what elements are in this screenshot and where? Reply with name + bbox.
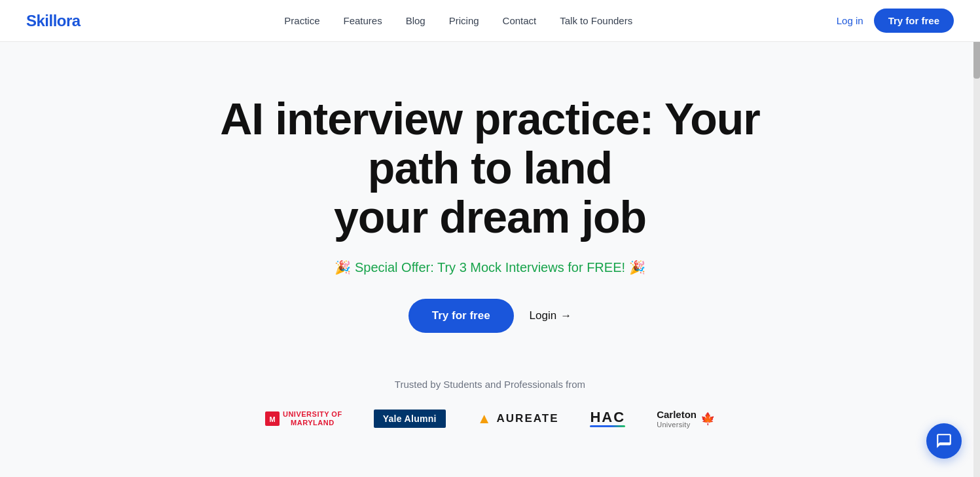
chat-icon (935, 432, 953, 449)
nav-actions: Log in Try for free (837, 9, 954, 33)
hero-offer: 🎉 Special Offer: Try 3 Mock Interviews f… (335, 259, 645, 275)
aureate-label: AUREATE (497, 412, 559, 425)
logo-hac: HAC (590, 406, 625, 432)
offer-text: Special Offer: Try 3 Mock Interviews for… (355, 260, 625, 275)
logo-maryland: M UNIVERSITY OF MARYLAND (265, 406, 342, 432)
maryland-icon: M (265, 411, 280, 426)
trusted-label: Trusted by Students and Professionals fr… (395, 379, 585, 390)
try-for-free-button[interactable]: Try for free (874, 9, 954, 33)
maryland-text-line1: UNIVERSITY OF (283, 410, 342, 419)
hac-underline (590, 425, 625, 427)
navbar: Skillora Practice Features Blog Pricing … (0, 0, 980, 42)
nav-practice[interactable]: Practice (284, 15, 319, 26)
offer-emoji-left: 🎉 (335, 260, 351, 275)
hero-login-link[interactable]: Login → (530, 309, 572, 322)
logo-carleton: Carleton University 🍁 (657, 406, 715, 432)
nav-contact[interactable]: Contact (503, 15, 537, 26)
hac-label: HAC (590, 410, 625, 425)
nav-pricing[interactable]: Pricing (449, 15, 479, 26)
aureate-icon: ▲ (477, 410, 492, 427)
hero-buttons: Try for free Login → (408, 299, 572, 333)
trusted-section: Trusted by Students and Professionals fr… (13, 379, 967, 432)
carleton-name: Carleton (657, 409, 697, 421)
hero-title: AI interview practice: Your path to land… (196, 94, 785, 241)
logo-yale: Yale Alumni (374, 406, 446, 432)
carleton-text: Carleton University (657, 409, 697, 429)
brand-logo[interactable]: Skillora (26, 12, 81, 30)
trusted-logos: M UNIVERSITY OF MARYLAND Yale Alumni ▲ A… (265, 406, 715, 432)
offer-emoji-right: 🎉 (629, 260, 645, 275)
nav-features[interactable]: Features (343, 15, 382, 26)
nav-talk-to-founders[interactable]: Talk to Founders (560, 15, 632, 26)
yale-label: Yale Alumni (374, 410, 446, 428)
scrollbar[interactable] (973, 0, 980, 477)
svg-text:M: M (269, 415, 275, 423)
maryland-text-line2: MARYLAND (283, 419, 342, 427)
nav-links: Practice Features Blog Pricing Contact T… (284, 15, 632, 27)
nav-blog[interactable]: Blog (406, 15, 426, 26)
carleton-university: University (657, 421, 690, 429)
login-link[interactable]: Log in (837, 15, 863, 26)
hero-try-button[interactable]: Try for free (408, 299, 514, 333)
chat-bubble-button[interactable] (926, 423, 962, 459)
logo-aureate: ▲ AUREATE (477, 406, 559, 432)
hero-section: AI interview practice: Your path to land… (0, 42, 980, 471)
carleton-flag-icon: 🍁 (700, 411, 715, 426)
